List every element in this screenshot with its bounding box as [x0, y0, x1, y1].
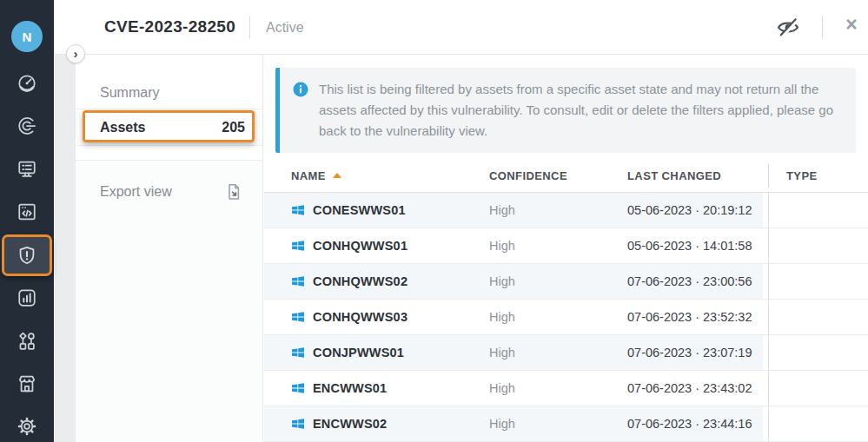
asset-last-changed: 07-06-2023 · 23:43:02	[627, 371, 752, 406]
filter-info-text: This list is being filtered by assets fr…	[319, 79, 838, 142]
asset-confidence: High	[489, 300, 515, 334]
export-section: Export view	[76, 160, 262, 442]
avatar[interactable]: N	[11, 21, 43, 52]
table-header: NAME CONFIDENCE LAST CHANGED TYPE	[264, 159, 868, 193]
asset-last-changed: 07-06-2023 · 23:07:19	[627, 335, 752, 370]
report-chart-icon[interactable]	[15, 286, 39, 310]
column-header-last-changed[interactable]: LAST CHANGED	[627, 169, 721, 182]
export-file-icon	[226, 183, 242, 201]
asset-last-changed: 05-06-2023 · 14:01:58	[627, 228, 752, 263]
asset-name: CONJPWWS01	[313, 335, 404, 370]
asset-name: CONHQWWS03	[313, 300, 407, 334]
panel-gutter	[55, 55, 76, 442]
windows-icon	[291, 203, 305, 217]
title-divider	[249, 16, 250, 38]
speedometer-icon[interactable]	[15, 71, 39, 96]
app-window: N	[0, 0, 868, 442]
asset-name: CONHQWWS01	[313, 228, 407, 263]
type-cell: Windows	[768, 406, 868, 441]
status-label: Active	[266, 20, 304, 36]
type-cell: Windows	[768, 193, 868, 228]
table-body: CONESWWS01 High 05-06-2023 · 20:19:12 Wi…	[264, 193, 868, 442]
gear-icon[interactable]	[15, 414, 39, 439]
type-cell: Windows	[768, 300, 868, 334]
table-row[interactable]: CONHQWWS02 High 07-06-2023 · 23:00:56 Wi…	[264, 264, 868, 300]
sort-asc-icon	[333, 173, 341, 178]
assets-content: This list is being filtered by assets fr…	[264, 55, 868, 442]
windows-icon	[291, 310, 305, 324]
type-cell: Windows	[768, 335, 868, 370]
storefront-icon[interactable]	[15, 372, 39, 396]
asset-confidence: High	[489, 335, 515, 370]
export-view-label: Export view	[100, 184, 172, 200]
asset-last-changed: 07-06-2023 · 23:00:56	[627, 264, 752, 299]
close-button[interactable]: ×	[838, 10, 865, 38]
type-cell: Windows	[768, 264, 868, 299]
code-window-icon[interactable]	[15, 200, 39, 224]
icon-sidebar: N	[0, 0, 54, 442]
windows-icon	[291, 274, 305, 288]
hide-vulnerability-button[interactable]	[774, 13, 802, 41]
asset-confidence: High	[489, 228, 515, 263]
windows-icon	[291, 346, 305, 360]
asset-name: CONESWWS01	[313, 193, 406, 228]
nav-item-assets[interactable]: Assets 205	[76, 109, 262, 146]
nav-item-summary[interactable]: Summary	[76, 76, 262, 109]
asset-last-changed: 05-06-2023 · 20:19:12	[627, 193, 752, 228]
table-row[interactable]: CONHQWWS03 High 07-06-2023 · 23:52:32 Wi…	[264, 300, 868, 335]
shield-alert-icon[interactable]	[15, 243, 39, 267]
detail-nav-panel: Summary Assets 205 Export view	[76, 55, 263, 442]
windows-icon	[291, 417, 305, 431]
export-view-button[interactable]: Export view	[76, 175, 262, 209]
header-actions-divider	[822, 16, 823, 38]
table-row[interactable]: CONJPWWS01 High 07-06-2023 · 23:07:19 Wi…	[264, 335, 868, 371]
assets-count-badge: 205	[222, 120, 245, 135]
eye-off-icon	[774, 13, 802, 41]
table-row[interactable]: CONHQWWS01 High 05-06-2023 · 14:01:58 Wi…	[264, 228, 868, 264]
column-header-type[interactable]: TYPE	[786, 169, 818, 182]
table-row[interactable]: CONESWWS01 High 05-06-2023 · 20:19:12 Wi…	[264, 193, 868, 228]
asset-confidence: High	[489, 193, 515, 228]
column-header-confidence[interactable]: CONFIDENCE	[489, 169, 567, 182]
table-row[interactable]: ENCWWS01 High 07-06-2023 · 23:43:02 Wind…	[264, 371, 868, 406]
network-icon[interactable]	[15, 329, 39, 353]
asset-name: ENCWWS01	[313, 371, 387, 406]
monitor-list-icon[interactable]	[15, 157, 39, 181]
info-icon	[293, 82, 308, 97]
asset-name: ENCWWS02	[313, 406, 387, 441]
asset-confidence: High	[489, 264, 515, 299]
windows-icon	[291, 239, 305, 253]
assets-label: Assets	[100, 120, 145, 135]
summary-label: Summary	[100, 85, 159, 101]
column-header-name[interactable]: NAME	[291, 169, 341, 182]
type-cell: Windows	[768, 228, 868, 263]
radar-icon[interactable]	[15, 114, 39, 138]
asset-name: CONHQWWS02	[313, 264, 407, 299]
asset-last-changed: 07-06-2023 · 23:44:16	[627, 406, 752, 441]
asset-confidence: High	[489, 406, 515, 441]
collapse-panel-button[interactable]: ›	[66, 44, 85, 63]
type-column-divider	[768, 164, 769, 188]
table-row[interactable]: ENCWWS02 High 07-06-2023 · 23:44:16 Wind…	[264, 406, 868, 442]
page-title: CVE-2023-28250	[104, 17, 235, 36]
filter-info-banner: This list is being filtered by assets fr…	[275, 68, 856, 153]
detail-header: CVE-2023-28250 Active ×	[55, 0, 868, 55]
type-cell: Windows	[768, 371, 868, 406]
name-header-label: NAME	[291, 169, 326, 182]
windows-icon	[291, 381, 305, 395]
asset-confidence: High	[489, 371, 515, 406]
asset-last-changed: 07-06-2023 · 23:52:32	[627, 300, 752, 334]
